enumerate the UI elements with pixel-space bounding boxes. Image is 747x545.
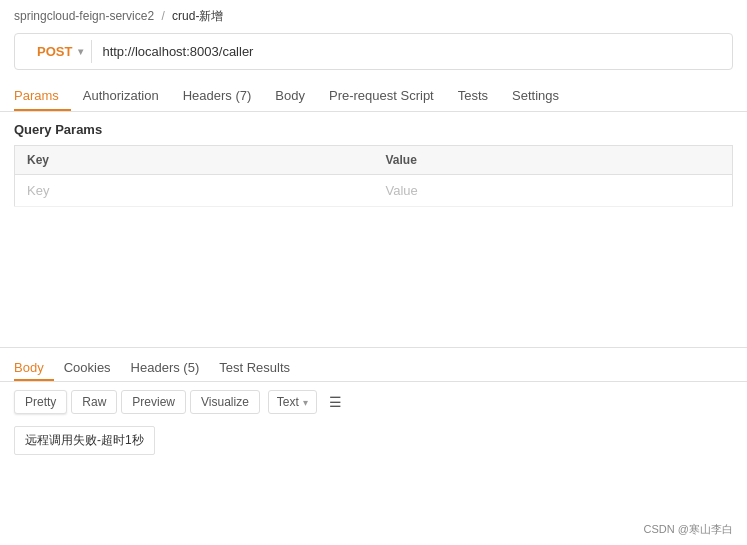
format-type-select[interactable]: Text ▾ <box>268 390 317 414</box>
method-select[interactable]: POST ▾ <box>29 40 92 63</box>
request-tabs: Params Authorization Headers (7) Body Pr… <box>0 80 747 112</box>
format-raw[interactable]: Raw <box>71 390 117 414</box>
breadcrumb: springcloud-feign-service2 / crud-新增 <box>0 0 747 33</box>
tab-tests[interactable]: Tests <box>446 80 500 111</box>
method-label: POST <box>37 44 72 59</box>
table-row: Key Value <box>15 175 733 207</box>
response-tab-testresults[interactable]: Test Results <box>209 354 300 381</box>
breadcrumb-service[interactable]: springcloud-feign-service2 <box>14 9 154 23</box>
format-bar: Pretty Raw Preview Visualize Text ▾ ☰ <box>0 382 747 422</box>
tab-prerequest[interactable]: Pre-request Script <box>317 80 446 111</box>
response-error-message: 远程调用失败-超时1秒 <box>14 426 155 455</box>
query-params-title: Query Params <box>14 122 733 137</box>
response-body: 远程调用失败-超时1秒 <box>0 422 747 459</box>
response-tab-body[interactable]: Body <box>14 354 54 381</box>
col-value-header: Value <box>374 146 733 175</box>
query-params-section: Query Params Key Value Key Value <box>0 112 747 207</box>
format-type-label: Text <box>277 395 299 409</box>
format-pretty[interactable]: Pretty <box>14 390 67 414</box>
breadcrumb-separator: / <box>161 9 164 23</box>
breadcrumb-current: crud-新增 <box>172 9 223 23</box>
tab-settings[interactable]: Settings <box>500 80 571 111</box>
footer: CSDN @寒山李白 <box>644 522 733 537</box>
value-cell[interactable]: Value <box>374 175 733 207</box>
footer-text: CSDN @寒山李白 <box>644 523 733 535</box>
response-tabs: Body Cookies Headers (5) Test Results <box>0 348 747 382</box>
method-arrow: ▾ <box>78 46 83 57</box>
url-input[interactable] <box>102 44 718 59</box>
tab-body[interactable]: Body <box>263 80 317 111</box>
tab-authorization[interactable]: Authorization <box>71 80 171 111</box>
format-visualize[interactable]: Visualize <box>190 390 260 414</box>
response-tab-headers[interactable]: Headers (5) <box>121 354 210 381</box>
filter-icon[interactable]: ☰ <box>329 394 342 410</box>
tab-headers[interactable]: Headers (7) <box>171 80 264 111</box>
url-bar: POST ▾ <box>14 33 733 70</box>
response-tab-cookies[interactable]: Cookies <box>54 354 121 381</box>
params-table: Key Value Key Value <box>14 145 733 207</box>
format-preview[interactable]: Preview <box>121 390 186 414</box>
key-cell[interactable]: Key <box>15 175 374 207</box>
tab-params[interactable]: Params <box>14 80 71 111</box>
format-type-arrow: ▾ <box>303 397 308 408</box>
col-key-header: Key <box>15 146 374 175</box>
